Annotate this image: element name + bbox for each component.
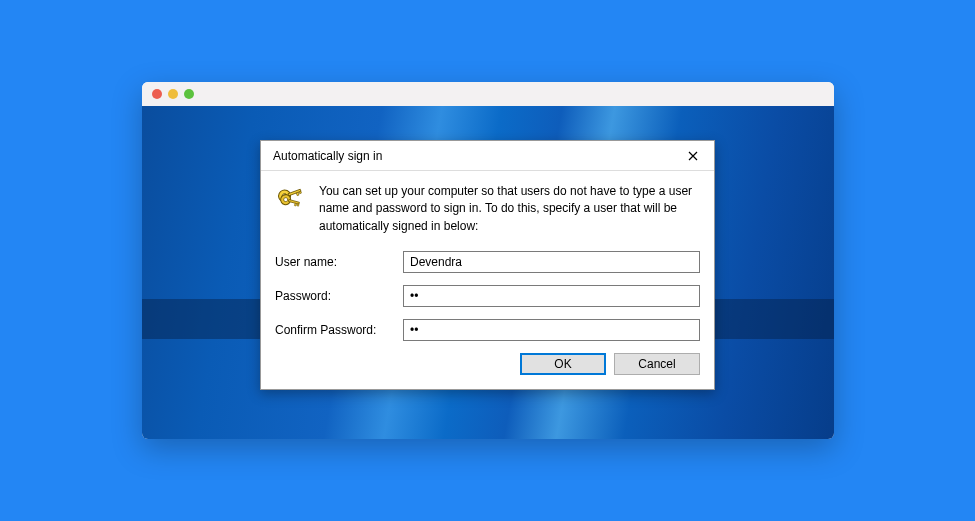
svg-rect-9	[297, 204, 299, 206]
ok-button[interactable]: OK	[520, 353, 606, 375]
keys-icon	[275, 183, 307, 215]
auto-sign-in-dialog: Automatically sign in	[260, 140, 715, 390]
traffic-light-minimize[interactable]	[168, 89, 178, 99]
svg-rect-8	[294, 203, 296, 206]
dialog-titlebar: Automatically sign in	[261, 141, 714, 171]
cancel-button[interactable]: Cancel	[614, 353, 700, 375]
username-label: User name:	[275, 255, 403, 269]
close-icon[interactable]	[682, 147, 704, 165]
dialog-title: Automatically sign in	[273, 149, 382, 163]
dialog-description: You can set up your computer so that use…	[319, 183, 700, 235]
svg-rect-3	[296, 192, 299, 195]
dialog-body: You can set up your computer so that use…	[261, 171, 714, 389]
confirm-password-label: Confirm Password:	[275, 323, 403, 337]
password-input[interactable]	[403, 285, 700, 307]
username-input[interactable]	[403, 251, 700, 273]
traffic-light-close[interactable]	[152, 89, 162, 99]
password-label: Password:	[275, 289, 403, 303]
svg-rect-7	[288, 199, 299, 204]
confirm-password-input[interactable]	[403, 319, 700, 341]
browser-titlebar	[142, 82, 834, 106]
svg-rect-4	[299, 191, 301, 193]
browser-window: Automatically sign in	[142, 82, 834, 439]
desktop-background: Automatically sign in	[142, 106, 834, 439]
traffic-light-fullscreen[interactable]	[184, 89, 194, 99]
